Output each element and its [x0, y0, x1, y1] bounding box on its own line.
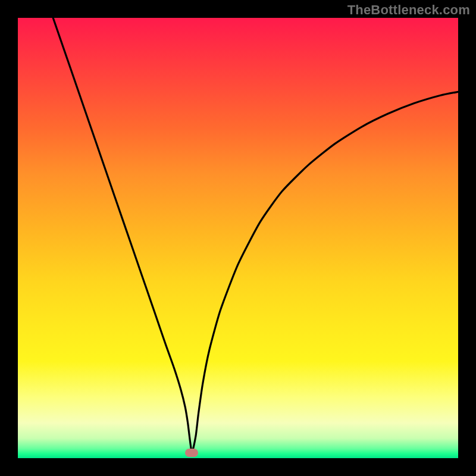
minimum-marker — [185, 449, 198, 457]
bottleneck-curve — [18, 18, 458, 458]
plot-area — [18, 18, 458, 458]
chart-frame: TheBottleneck.com — [0, 0, 476, 476]
attribution-text: TheBottleneck.com — [347, 2, 470, 18]
